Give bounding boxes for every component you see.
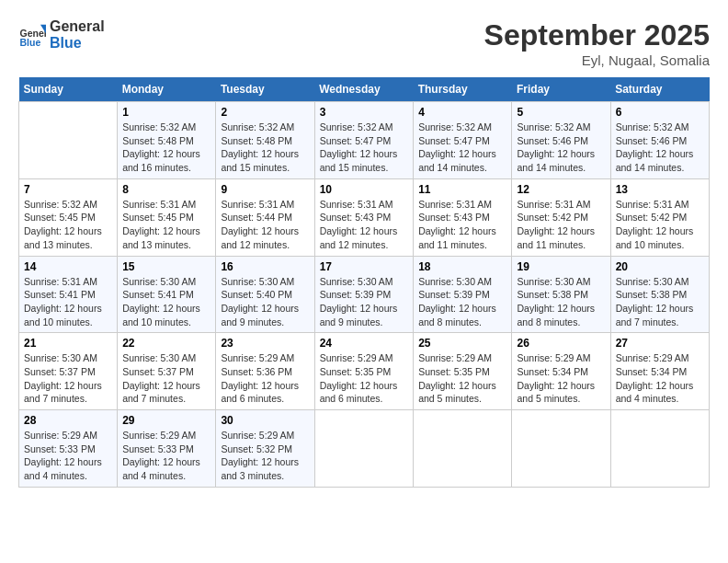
day-number: 30: [221, 414, 309, 427]
day-info: Sunrise: 5:32 AMSunset: 5:45 PMDaylight:…: [24, 198, 112, 252]
calendar-cell: 1Sunrise: 5:32 AMSunset: 5:48 PMDaylight…: [118, 102, 216, 179]
calendar-cell: 13Sunrise: 5:31 AMSunset: 5:42 PMDayligh…: [610, 178, 709, 256]
calendar-cell: 19Sunrise: 5:30 AMSunset: 5:38 PMDayligh…: [512, 256, 610, 333]
day-info: Sunrise: 5:31 AMSunset: 5:45 PMDaylight:…: [122, 198, 210, 252]
calendar-cell: 30Sunrise: 5:29 AMSunset: 5:32 PMDayligh…: [216, 410, 314, 488]
logo-line1: General: [50, 18, 105, 35]
day-info: Sunrise: 5:29 AMSunset: 5:36 PMDaylight:…: [221, 351, 309, 406]
calendar-cell: 14Sunrise: 5:31 AMSunset: 5:41 PMDayligh…: [19, 256, 118, 333]
calendar-cell: 20Sunrise: 5:30 AMSunset: 5:38 PMDayligh…: [610, 256, 709, 333]
calendar-cell: 18Sunrise: 5:30 AMSunset: 5:39 PMDayligh…: [414, 256, 512, 333]
day-number: 15: [122, 260, 210, 273]
day-info: Sunrise: 5:32 AMSunset: 5:48 PMDaylight:…: [122, 121, 210, 175]
logo-line2: Blue: [50, 35, 105, 52]
day-number: 4: [418, 106, 506, 119]
day-info: Sunrise: 5:29 AMSunset: 5:33 PMDaylight:…: [24, 429, 112, 483]
day-info: Sunrise: 5:31 AMSunset: 5:44 PMDaylight:…: [221, 198, 309, 252]
day-info: Sunrise: 5:29 AMSunset: 5:35 PMDaylight:…: [320, 351, 409, 406]
day-number: 9: [221, 183, 309, 196]
day-number: 3: [320, 106, 409, 119]
calendar-cell: 27Sunrise: 5:29 AMSunset: 5:34 PMDayligh…: [610, 333, 709, 410]
day-number: 24: [320, 337, 409, 350]
calendar-cell: 5Sunrise: 5:32 AMSunset: 5:46 PMDaylight…: [512, 102, 610, 179]
day-info: Sunrise: 5:31 AMSunset: 5:41 PMDaylight:…: [24, 275, 112, 329]
day-number: 11: [418, 183, 506, 196]
day-number: 25: [418, 337, 506, 350]
calendar-cell: [414, 410, 512, 488]
day-info: Sunrise: 5:30 AMSunset: 5:39 PMDaylight:…: [320, 275, 409, 329]
calendar-week-5: 28Sunrise: 5:29 AMSunset: 5:33 PMDayligh…: [19, 410, 710, 488]
day-info: Sunrise: 5:29 AMSunset: 5:32 PMDaylight:…: [221, 429, 309, 483]
calendar-table: SundayMondayTuesdayWednesdayThursdayFrid…: [18, 77, 710, 488]
day-info: Sunrise: 5:30 AMSunset: 5:40 PMDaylight:…: [221, 275, 309, 329]
calendar-week-2: 7Sunrise: 5:32 AMSunset: 5:45 PMDaylight…: [19, 178, 710, 256]
day-info: Sunrise: 5:31 AMSunset: 5:42 PMDaylight:…: [616, 198, 704, 252]
calendar-cell: 6Sunrise: 5:32 AMSunset: 5:46 PMDaylight…: [610, 102, 709, 179]
column-header-thursday: Thursday: [414, 77, 512, 102]
day-info: Sunrise: 5:31 AMSunset: 5:43 PMDaylight:…: [418, 198, 506, 252]
day-number: 1: [122, 106, 210, 119]
day-info: Sunrise: 5:29 AMSunset: 5:34 PMDaylight:…: [616, 351, 704, 406]
calendar-cell: 23Sunrise: 5:29 AMSunset: 5:36 PMDayligh…: [216, 333, 314, 410]
calendar-cell: [610, 410, 709, 488]
calendar-cell: [314, 410, 414, 488]
column-header-wednesday: Wednesday: [314, 77, 414, 102]
day-info: Sunrise: 5:30 AMSunset: 5:39 PMDaylight:…: [418, 275, 506, 329]
column-header-sunday: Sunday: [19, 77, 118, 102]
day-info: Sunrise: 5:32 AMSunset: 5:47 PMDaylight:…: [418, 121, 506, 175]
calendar-week-1: 1Sunrise: 5:32 AMSunset: 5:48 PMDaylight…: [19, 102, 710, 179]
location: Eyl, Nugaal, Somalia: [484, 52, 710, 68]
day-info: Sunrise: 5:30 AMSunset: 5:38 PMDaylight:…: [517, 275, 605, 329]
calendar-cell: 10Sunrise: 5:31 AMSunset: 5:43 PMDayligh…: [314, 178, 414, 256]
day-info: Sunrise: 5:30 AMSunset: 5:38 PMDaylight:…: [616, 275, 704, 329]
calendar-cell: 21Sunrise: 5:30 AMSunset: 5:37 PMDayligh…: [19, 333, 118, 410]
day-info: Sunrise: 5:30 AMSunset: 5:37 PMDaylight:…: [24, 351, 112, 406]
calendar-week-3: 14Sunrise: 5:31 AMSunset: 5:41 PMDayligh…: [19, 256, 710, 333]
day-number: 12: [517, 183, 605, 196]
column-header-monday: Monday: [118, 77, 216, 102]
day-number: 14: [24, 260, 112, 273]
calendar-cell: 9Sunrise: 5:31 AMSunset: 5:44 PMDaylight…: [216, 178, 314, 256]
day-number: 28: [24, 414, 112, 427]
day-number: 6: [616, 106, 704, 119]
calendar-cell: 3Sunrise: 5:32 AMSunset: 5:47 PMDaylight…: [314, 102, 414, 179]
calendar-cell: 11Sunrise: 5:31 AMSunset: 5:43 PMDayligh…: [414, 178, 512, 256]
calendar-cell: 26Sunrise: 5:29 AMSunset: 5:34 PMDayligh…: [512, 333, 610, 410]
day-info: Sunrise: 5:32 AMSunset: 5:46 PMDaylight:…: [517, 121, 605, 175]
calendar-cell: 15Sunrise: 5:30 AMSunset: 5:41 PMDayligh…: [118, 256, 216, 333]
day-number: 7: [24, 183, 112, 196]
calendar-cell: 25Sunrise: 5:29 AMSunset: 5:35 PMDayligh…: [414, 333, 512, 410]
logo: General Blue General Blue: [18, 18, 105, 52]
day-number: 2: [221, 106, 309, 119]
day-info: Sunrise: 5:30 AMSunset: 5:41 PMDaylight:…: [122, 275, 210, 329]
title-block: September 2025 Eyl, Nugaal, Somalia: [484, 18, 710, 68]
day-number: 26: [517, 337, 605, 350]
day-number: 18: [418, 260, 506, 273]
calendar-cell: [512, 410, 610, 488]
day-info: Sunrise: 5:32 AMSunset: 5:48 PMDaylight:…: [221, 121, 309, 175]
day-info: Sunrise: 5:29 AMSunset: 5:33 PMDaylight:…: [122, 429, 210, 483]
calendar-cell: 4Sunrise: 5:32 AMSunset: 5:47 PMDaylight…: [414, 102, 512, 179]
calendar-week-4: 21Sunrise: 5:30 AMSunset: 5:37 PMDayligh…: [19, 333, 710, 410]
calendar-cell: 8Sunrise: 5:31 AMSunset: 5:45 PMDaylight…: [118, 178, 216, 256]
day-number: 23: [221, 337, 309, 350]
calendar-cell: 16Sunrise: 5:30 AMSunset: 5:40 PMDayligh…: [216, 256, 314, 333]
month-title: September 2025: [484, 18, 710, 52]
column-header-friday: Friday: [512, 77, 610, 102]
svg-text:Blue: Blue: [20, 37, 41, 48]
calendar-cell: 17Sunrise: 5:30 AMSunset: 5:39 PMDayligh…: [314, 256, 414, 333]
calendar-header-row: SundayMondayTuesdayWednesdayThursdayFrid…: [19, 77, 710, 102]
day-number: 8: [122, 183, 210, 196]
day-number: 21: [24, 337, 112, 350]
calendar-cell: [19, 102, 118, 179]
day-info: Sunrise: 5:31 AMSunset: 5:43 PMDaylight:…: [320, 198, 409, 252]
calendar-cell: 2Sunrise: 5:32 AMSunset: 5:48 PMDaylight…: [216, 102, 314, 179]
calendar-cell: 22Sunrise: 5:30 AMSunset: 5:37 PMDayligh…: [118, 333, 216, 410]
day-number: 10: [320, 183, 409, 196]
day-info: Sunrise: 5:32 AMSunset: 5:47 PMDaylight:…: [320, 121, 409, 175]
calendar-cell: 24Sunrise: 5:29 AMSunset: 5:35 PMDayligh…: [314, 333, 414, 410]
column-header-tuesday: Tuesday: [216, 77, 314, 102]
day-info: Sunrise: 5:29 AMSunset: 5:34 PMDaylight:…: [517, 351, 605, 406]
day-number: 29: [122, 414, 210, 427]
day-number: 17: [320, 260, 409, 273]
